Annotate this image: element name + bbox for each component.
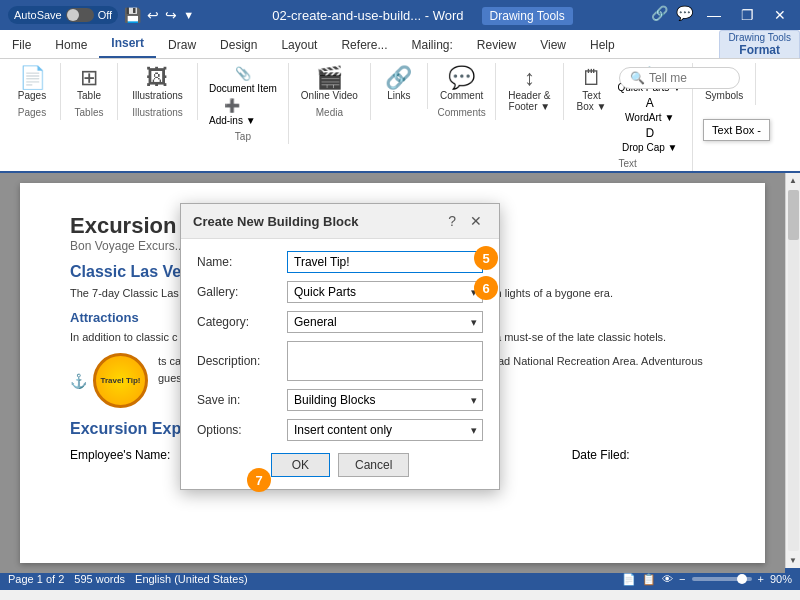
step7-badge: 7 — [247, 468, 271, 492]
status-right: 📄 📋 👁 − + 90% — [622, 573, 792, 586]
ribbon-group-tables: ⊞ Table Tables — [61, 63, 118, 120]
language: English (United States) — [135, 573, 248, 585]
restore-btn[interactable]: ❐ — [735, 5, 760, 25]
scroll-track[interactable] — [788, 190, 799, 551]
minus-zoom-btn[interactable]: − — [679, 573, 685, 585]
tab-review[interactable]: Review — [465, 32, 528, 58]
comments-group-label: Comments — [437, 107, 485, 118]
quick-access-dropdown[interactable]: ▼ — [183, 9, 194, 21]
dialog-help-btn[interactable]: ? — [443, 212, 461, 230]
tab-format[interactable]: Format — [739, 43, 780, 57]
tab-layout[interactable]: Layout — [269, 32, 329, 58]
gallery-select[interactable]: Quick Parts — [287, 281, 483, 303]
table-icon: ⊞ — [80, 67, 98, 89]
dialog-close-btn[interactable]: ✕ — [465, 212, 487, 230]
gallery-select-wrap[interactable]: Quick Parts — [287, 281, 483, 303]
name-input[interactable] — [287, 251, 483, 273]
share-icon[interactable]: 🔗 — [651, 5, 668, 25]
savein-select-wrap[interactable]: Building Blocks — [287, 389, 483, 411]
comments-icon[interactable]: 💬 — [676, 5, 693, 25]
header-footer-btn[interactable]: ↕ Header &Footer ▼ — [504, 65, 554, 114]
search-icon: 🔍 — [630, 71, 645, 85]
step6-badge: 6 — [474, 276, 498, 300]
tab-draw[interactable]: Draw — [156, 32, 208, 58]
zoom-thumb — [737, 574, 747, 584]
illustrations-group-label: Illustrations — [132, 107, 183, 118]
description-input[interactable] — [287, 341, 483, 381]
scroll-down-btn[interactable]: ▼ — [786, 553, 800, 568]
options-label: Options: — [197, 423, 287, 437]
name-label: Name: — [197, 255, 287, 269]
document-item-icon: 📎 — [235, 66, 251, 81]
document-item-btn[interactable]: 📎 Document Item — [206, 65, 280, 95]
scroll-thumb[interactable] — [788, 190, 799, 240]
autosave-switch[interactable] — [66, 8, 94, 22]
cancel-button[interactable]: Cancel — [338, 453, 409, 477]
illustrations-icon: 🖼 — [146, 67, 168, 89]
dialog-category-row: Category: General — [197, 311, 483, 333]
dialog-name-row: Name: 5 — [197, 251, 483, 273]
illustrations-btn[interactable]: 🖼 Illustrations — [128, 65, 187, 103]
tab-view[interactable]: View — [528, 32, 578, 58]
scroll-up-btn[interactable]: ▲ — [786, 173, 800, 188]
tab-design[interactable]: Design — [208, 32, 269, 58]
window-title: 02-create-and-use-build... - Word Drawin… — [194, 8, 651, 23]
tables-group-label: Tables — [75, 107, 104, 118]
wordart-icon: A — [646, 96, 654, 110]
title-bar-controls: 🔗 💬 — ❐ ✕ — [651, 5, 792, 25]
title-bar: AutoSave Off 💾 ↩ ↪ ▼ 02-create-and-use-b… — [0, 0, 800, 30]
tab-help[interactable]: Help — [578, 32, 627, 58]
zoom-level[interactable]: 90% — [770, 573, 792, 585]
tab-references[interactable]: Refere... — [329, 32, 399, 58]
description-label: Description: — [197, 354, 287, 368]
word-count: 595 words — [74, 573, 125, 585]
view-read-icon[interactable]: 👁 — [662, 573, 673, 585]
dialog-gallery-row: Gallery: Quick Parts 6 — [197, 281, 483, 303]
pages-btn[interactable]: 📄 Pages — [12, 65, 52, 103]
plus-zoom-btn[interactable]: + — [758, 573, 764, 585]
category-select-wrap[interactable]: General — [287, 311, 483, 333]
quick-access-undo[interactable]: ↩ — [147, 7, 159, 23]
ok-button[interactable]: OK — [271, 453, 330, 477]
travel-tip-label: Travel Tip! — [99, 374, 143, 388]
quick-access-redo[interactable]: ↪ — [165, 7, 177, 23]
dialog-description-row: Description: — [197, 341, 483, 381]
dialog-buttons: OK Cancel 7 — [197, 453, 483, 477]
online-video-btn[interactable]: 🎬 Online Video — [297, 65, 362, 103]
media-group-label: Media — [316, 107, 343, 118]
header-footer-icon: ↕ — [524, 67, 535, 89]
dialog-title-bar: Create New Building Block ? ✕ — [181, 204, 499, 239]
gallery-label: Gallery: — [197, 285, 287, 299]
table-btn[interactable]: ⊞ Table — [69, 65, 109, 103]
view-web-icon[interactable]: 📋 — [642, 573, 656, 586]
addins-btn[interactable]: ➕ Add-ins ▼ — [206, 97, 259, 127]
dialog-title-buttons: ? ✕ — [443, 212, 487, 230]
options-select[interactable]: Insert content only — [287, 419, 483, 441]
dropcap-icon: Ꭰ — [646, 126, 654, 140]
zoom-slider[interactable] — [692, 577, 752, 581]
close-btn[interactable]: ✕ — [768, 5, 792, 25]
minimize-btn[interactable]: — — [701, 5, 727, 25]
tab-file[interactable]: File — [0, 32, 43, 58]
ribbon-group-illustrations: 🖼 Illustrations Illustrations — [118, 63, 198, 120]
tab-mailings[interactable]: Mailing: — [399, 32, 464, 58]
comment-btn[interactable]: 💬 Comment — [436, 65, 487, 103]
textbox-btn[interactable]: 🗒 TextBox ▼ — [572, 65, 612, 114]
tab-home[interactable]: Home — [43, 32, 99, 58]
ribbon-group-tap: 📎 Document Item ➕ Add-ins ▼ Tap — [198, 63, 289, 144]
autosave-toggle-area[interactable]: AutoSave Off — [8, 6, 118, 24]
links-btn[interactable]: 🔗 Links — [379, 65, 419, 103]
category-select[interactable]: General — [287, 311, 483, 333]
savein-select[interactable]: Building Blocks — [287, 389, 483, 411]
tell-me-input[interactable] — [649, 71, 729, 85]
dialog-title: Create New Building Block — [193, 214, 358, 229]
vertical-scrollbar[interactable]: ▲ ▼ — [785, 173, 800, 568]
wordart-btn[interactable]: A WordArt ▼ — [616, 95, 684, 124]
autosave-knob — [67, 9, 79, 21]
tab-insert[interactable]: Insert — [99, 30, 156, 58]
dropcap-btn[interactable]: Ꭰ Drop Cap ▼ — [616, 125, 684, 154]
quick-access-save[interactable]: 💾 — [124, 7, 141, 23]
view-print-icon[interactable]: 📄 — [622, 573, 636, 586]
options-select-wrap[interactable]: Insert content only — [287, 419, 483, 441]
dialog-body: Name: 5 Gallery: Quick Parts 6 — [181, 239, 499, 489]
